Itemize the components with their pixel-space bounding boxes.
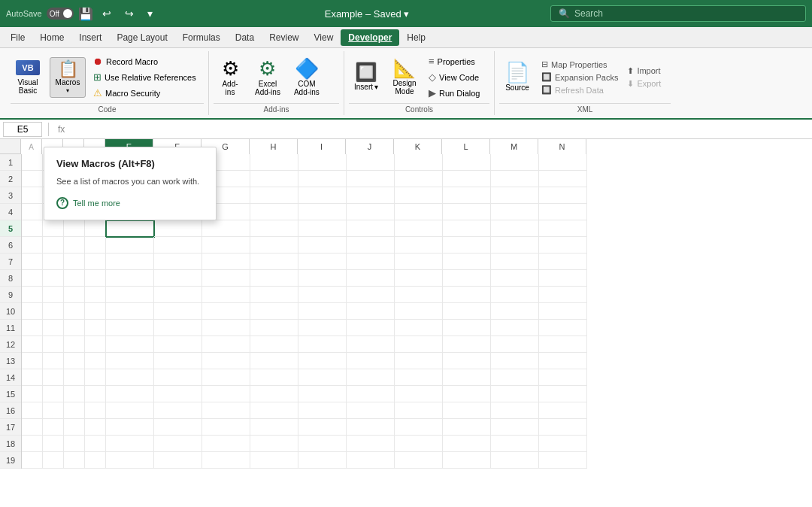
cell-4-K[interactable] xyxy=(395,204,443,220)
cell-9-C[interactable] xyxy=(64,287,85,303)
row-num-7[interactable]: 7 xyxy=(0,254,21,270)
row-num-4[interactable]: 4 xyxy=(0,204,21,220)
cell-19-K[interactable] xyxy=(395,452,443,469)
map-properties-btn[interactable]: ⊟ Map Properties xyxy=(538,59,621,70)
cell-18-F[interactable] xyxy=(154,436,202,452)
cell-14-B[interactable] xyxy=(43,369,64,386)
undo-icon[interactable]: ↩ xyxy=(98,6,116,21)
cell-12-M[interactable] xyxy=(491,336,539,353)
cell-6-E[interactable] xyxy=(106,237,154,254)
cell-18-H[interactable] xyxy=(250,436,298,452)
row-num-9[interactable]: 9 xyxy=(0,287,21,303)
row-num-11[interactable]: 11 xyxy=(0,320,21,336)
cell-18-G[interactable] xyxy=(202,436,250,452)
cell-17-H[interactable] xyxy=(250,419,298,436)
menu-data[interactable]: Data xyxy=(228,29,262,46)
cell-11-N[interactable] xyxy=(539,320,587,336)
cell-1-J[interactable] xyxy=(347,154,395,171)
cell-7-H[interactable] xyxy=(250,254,298,270)
cell-11-L[interactable] xyxy=(443,320,491,336)
cell-10-B[interactable] xyxy=(43,303,64,320)
cell-12-B[interactable] xyxy=(43,336,64,353)
cell-16-D[interactable] xyxy=(85,402,106,419)
cell-17-N[interactable] xyxy=(539,419,587,436)
run-dialog-btn[interactable]: ▶ Run Dialog xyxy=(426,86,483,100)
cell-8-A[interactable] xyxy=(22,270,43,287)
cell-11-C[interactable] xyxy=(64,320,85,336)
cell-4-N[interactable] xyxy=(539,204,587,220)
properties-btn[interactable]: ≡ Properties xyxy=(426,54,483,68)
cell-11-F[interactable] xyxy=(154,320,202,336)
cell-ref-box[interactable] xyxy=(3,122,42,137)
cell-16-G[interactable] xyxy=(202,402,250,419)
cell-11-G[interactable] xyxy=(202,320,250,336)
cell-7-M[interactable] xyxy=(491,254,539,270)
cell-11-B[interactable] xyxy=(43,320,64,336)
row-num-14[interactable]: 14 xyxy=(0,369,21,386)
cell-7-G[interactable] xyxy=(202,254,250,270)
cell-2-N[interactable] xyxy=(539,171,587,187)
cell-2-A[interactable] xyxy=(22,171,43,187)
cell-16-F[interactable] xyxy=(154,402,202,419)
cell-8-F[interactable] xyxy=(154,270,202,287)
cell-13-D[interactable] xyxy=(85,353,106,369)
cell-7-B[interactable] xyxy=(43,254,64,270)
cell-13-C[interactable] xyxy=(64,353,85,369)
cell-17-G[interactable] xyxy=(202,419,250,436)
search-box[interactable]: 🔍 Search xyxy=(550,5,806,22)
row-num-1[interactable]: 1 xyxy=(0,154,21,171)
cell-7-N[interactable] xyxy=(539,254,587,270)
cell-11-H[interactable] xyxy=(250,320,298,336)
cell-4-M[interactable] xyxy=(491,204,539,220)
design-mode-btn[interactable]: 📐 DesignMode xyxy=(386,56,423,99)
row-num-18[interactable]: 18 xyxy=(0,436,21,452)
cell-12-F[interactable] xyxy=(154,336,202,353)
cell-17-M[interactable] xyxy=(491,419,539,436)
excel-add-ins-btn[interactable]: ⚙ ExcelAdd-ins xyxy=(250,55,286,100)
cell-14-M[interactable] xyxy=(491,369,539,386)
expansion-packs-btn[interactable]: 🔲 Expansion Packs xyxy=(538,71,621,83)
cell-9-K[interactable] xyxy=(395,287,443,303)
cell-7-I[interactable] xyxy=(298,254,347,270)
cell-9-A[interactable] xyxy=(22,287,43,303)
cell-19-H[interactable] xyxy=(250,452,298,469)
cell-14-J[interactable] xyxy=(347,369,395,386)
row-num-15[interactable]: 15 xyxy=(0,386,21,402)
menu-home[interactable]: Home xyxy=(32,29,71,46)
cell-1-N[interactable] xyxy=(539,154,587,171)
view-code-btn[interactable]: ◇ View Code xyxy=(426,70,483,84)
cell-13-H[interactable] xyxy=(250,353,298,369)
cell-12-A[interactable] xyxy=(22,336,43,353)
cell-4-H[interactable] xyxy=(250,204,298,220)
cell-15-I[interactable] xyxy=(298,386,347,402)
cell-5-I[interactable] xyxy=(298,220,347,237)
cell-13-N[interactable] xyxy=(539,353,587,369)
cell-13-F[interactable] xyxy=(154,353,202,369)
cell-19-C[interactable] xyxy=(64,452,85,469)
row-num-17[interactable]: 17 xyxy=(0,419,21,436)
cell-5-F[interactable] xyxy=(154,220,202,237)
cell-9-I[interactable] xyxy=(298,287,347,303)
cell-1-A[interactable] xyxy=(22,154,43,171)
row-num-12[interactable]: 12 xyxy=(0,336,21,353)
cell-17-F[interactable] xyxy=(154,419,202,436)
cell-8-J[interactable] xyxy=(347,270,395,287)
cell-5-K[interactable] xyxy=(395,220,443,237)
cell-6-H[interactable] xyxy=(250,237,298,254)
use-relative-references-btn[interactable]: ⊞ Use Relative References xyxy=(90,70,199,84)
cell-17-B[interactable] xyxy=(43,419,64,436)
cell-8-M[interactable] xyxy=(491,270,539,287)
com-add-ins-btn[interactable]: 🔷 COMAdd-ins xyxy=(289,55,325,100)
cell-19-N[interactable] xyxy=(539,452,587,469)
cell-9-L[interactable] xyxy=(443,287,491,303)
cell-9-H[interactable] xyxy=(250,287,298,303)
cell-11-D[interactable] xyxy=(85,320,106,336)
cell-15-C[interactable] xyxy=(64,386,85,402)
cell-6-G[interactable] xyxy=(202,237,250,254)
cell-17-I[interactable] xyxy=(298,419,347,436)
cell-15-K[interactable] xyxy=(395,386,443,402)
cell-18-L[interactable] xyxy=(443,436,491,452)
cell-16-C[interactable] xyxy=(64,402,85,419)
cell-5-E[interactable] xyxy=(106,220,154,237)
cell-19-I[interactable] xyxy=(298,452,347,469)
